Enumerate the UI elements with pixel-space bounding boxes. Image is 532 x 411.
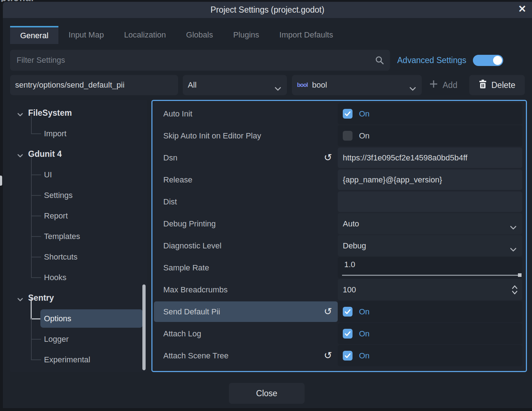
property-name-input[interactable] bbox=[10, 75, 178, 95]
text-field[interactable] bbox=[338, 191, 522, 212]
checkbox-checked[interactable] bbox=[343, 109, 353, 119]
revert-icon[interactable]: ↺ bbox=[324, 351, 332, 361]
checkbox-checked[interactable] bbox=[343, 329, 353, 339]
slider-field[interactable]: 1.0 bbox=[338, 257, 522, 278]
tab-input-map[interactable]: Input Map bbox=[58, 26, 114, 44]
spinbox-field[interactable]: 100 bbox=[338, 279, 522, 300]
tab-plugins[interactable]: Plugins bbox=[223, 26, 269, 44]
setting-row-max-breadcrumbs: Max Breadcrumbs 100 bbox=[154, 279, 524, 301]
setting-row-diagnostic-level: Diagnostic Level Debug bbox=[154, 235, 524, 257]
settings-category-tree: FileSystem Import Gdunit 4 UI Settings R… bbox=[10, 100, 147, 372]
tree-item-shortcuts[interactable]: Shortcuts bbox=[10, 247, 147, 267]
setting-label: Skip Auto Init on Editor Play bbox=[154, 125, 338, 147]
setting-row-release: Release {app_name}@{app_version} bbox=[154, 169, 524, 191]
setting-label: Auto Init bbox=[154, 103, 338, 125]
checkbox-value: On bbox=[338, 323, 522, 344]
close-icon[interactable]: ✕ bbox=[518, 3, 526, 15]
tree-category-filesystem[interactable]: FileSystem bbox=[10, 103, 147, 123]
setting-row-dsn: Dsn↺ https://3f1e095cf2e14598a0bd5b4ff bbox=[154, 147, 524, 169]
text-field[interactable]: https://3f1e095cf2e14598a0bd5b4ff bbox=[338, 147, 522, 168]
checkbox-value: On bbox=[338, 345, 522, 366]
spinner-updown-icon[interactable] bbox=[511, 285, 518, 297]
checkbox-value: On bbox=[338, 103, 522, 124]
tab-import-defaults[interactable]: Import Defaults bbox=[269, 26, 343, 44]
chevron-down-icon bbox=[17, 294, 23, 304]
chevron-down-icon bbox=[275, 84, 281, 93]
chevron-down-icon bbox=[510, 244, 517, 254]
setting-label: Dist bbox=[154, 191, 338, 213]
search-icon bbox=[375, 56, 384, 66]
setting-label: Dsn↺ bbox=[154, 147, 338, 169]
plus-icon bbox=[429, 79, 438, 91]
tree-item-ui[interactable]: UI bbox=[10, 164, 147, 185]
settings-inspector-panel: Auto Init On Skip Auto Init on Editor Pl… bbox=[151, 100, 527, 372]
tree-item-report[interactable]: Report bbox=[10, 206, 147, 226]
tab-general[interactable]: General bbox=[10, 26, 58, 44]
setting-row-auto-init: Auto Init On bbox=[154, 103, 524, 125]
project-settings-dialog: ptional Project Settings (project.godot)… bbox=[0, 0, 532, 411]
filter-settings-field[interactable] bbox=[10, 50, 390, 71]
checkbox-checked[interactable] bbox=[343, 307, 353, 317]
category-filter-dropdown[interactable]: All bbox=[183, 75, 287, 95]
setting-row-debug-printing: Debug Printing Auto bbox=[154, 213, 524, 235]
setting-label-highlighted: Send Default Pii↺ bbox=[154, 301, 338, 322]
chevron-down-icon bbox=[510, 222, 517, 232]
tab-globals[interactable]: Globals bbox=[176, 26, 223, 44]
tree-scrollbar[interactable] bbox=[142, 284, 146, 370]
dialog-body: General Input Map Localization Globals P… bbox=[3, 18, 532, 408]
tree-category-gdunit4[interactable]: Gdunit 4 bbox=[10, 144, 147, 164]
tree-item-templates[interactable]: Templates bbox=[10, 226, 147, 247]
advanced-settings-label: Advanced Settings bbox=[397, 56, 466, 65]
tree-item-logger[interactable]: Logger bbox=[10, 329, 147, 349]
checkbox-checked[interactable] bbox=[343, 351, 353, 361]
delete-button[interactable]: Delete bbox=[469, 75, 525, 95]
type-dropdown[interactable]: bool bool bbox=[292, 75, 422, 95]
revert-icon[interactable]: ↺ bbox=[324, 307, 332, 317]
setting-row-skip-auto-init: Skip Auto Init on Editor Play On bbox=[154, 125, 524, 147]
chevron-down-icon bbox=[17, 150, 23, 160]
filter-settings-input[interactable] bbox=[10, 50, 390, 71]
slider-track[interactable] bbox=[342, 275, 520, 276]
checkbox-value: On bbox=[338, 125, 522, 146]
tree-item-settings[interactable]: Settings bbox=[10, 185, 147, 206]
setting-row-sample-rate: Sample Rate 1.0 bbox=[154, 257, 524, 279]
tab-bar: General Input Map Localization Globals P… bbox=[10, 26, 343, 44]
trash-icon bbox=[479, 80, 487, 91]
dialog-titlebar: Project Settings (project.godot) ✕ bbox=[3, 2, 532, 18]
tree-item-hooks[interactable]: Hooks bbox=[10, 267, 147, 288]
tree-item-import[interactable]: Import bbox=[10, 123, 147, 144]
bool-type-icon: bool bbox=[297, 82, 308, 88]
setting-label: Debug Printing bbox=[154, 213, 338, 235]
tree-item-options[interactable]: Options bbox=[10, 308, 147, 329]
setting-row-attach-log: Attach Log On bbox=[154, 323, 524, 345]
setting-row-attach-scene-tree: Attach Scene Tree↺ On bbox=[154, 345, 524, 367]
setting-label: Attach Log bbox=[154, 323, 338, 345]
property-name-field[interactable] bbox=[10, 75, 178, 95]
setting-label: Diagnostic Level bbox=[154, 235, 338, 257]
text-field[interactable]: {app_name}@{app_version} bbox=[338, 169, 522, 190]
dropdown-field[interactable]: Auto bbox=[338, 213, 522, 234]
setting-label: Release bbox=[154, 169, 338, 191]
setting-label: Max Breadcrumbs bbox=[154, 279, 338, 301]
chevron-down-icon bbox=[17, 109, 23, 119]
close-button[interactable]: Close bbox=[229, 383, 305, 404]
tree-item-experimental[interactable]: Experimental bbox=[10, 349, 147, 370]
setting-row-send-default-pii: Send Default Pii↺ On bbox=[154, 301, 524, 323]
background-scrollbar-sliver bbox=[0, 176, 2, 186]
dialog-title: Project Settings (project.godot) bbox=[210, 5, 324, 15]
setting-row-dist: Dist bbox=[154, 191, 524, 213]
checkbox-value: On bbox=[338, 301, 522, 322]
setting-label: Attach Scene Tree↺ bbox=[154, 345, 338, 367]
setting-label: Sample Rate bbox=[154, 257, 338, 279]
chevron-down-icon bbox=[409, 84, 416, 93]
tab-localization[interactable]: Localization bbox=[114, 26, 176, 44]
toggle-knob bbox=[493, 56, 502, 65]
slider-handle[interactable] bbox=[518, 273, 522, 277]
revert-icon[interactable]: ↺ bbox=[324, 153, 332, 163]
checkbox-unchecked[interactable] bbox=[343, 131, 353, 141]
advanced-settings-control: Advanced Settings bbox=[397, 50, 503, 71]
advanced-settings-toggle[interactable] bbox=[473, 55, 503, 66]
dropdown-field[interactable]: Debug bbox=[338, 235, 522, 256]
add-button[interactable]: Add bbox=[426, 75, 460, 95]
